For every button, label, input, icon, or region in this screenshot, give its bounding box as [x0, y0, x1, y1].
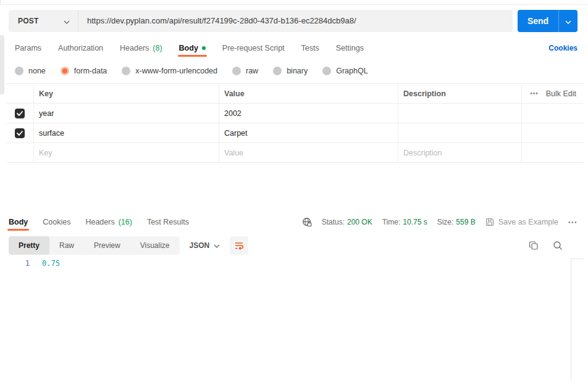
tab-params[interactable]: Params	[15, 39, 41, 57]
chevron-down-icon	[214, 241, 220, 250]
viewbar-icons	[529, 241, 578, 250]
globe-lock-icon[interactable]	[302, 217, 312, 227]
mode-raw[interactable]: raw	[232, 67, 258, 75]
value-column-header: Value	[219, 84, 398, 103]
format-select[interactable]: JSON	[190, 241, 220, 250]
response-headers-count: (16)	[119, 218, 132, 226]
key-column-header: Key	[34, 84, 219, 103]
body-mode-options: none form-data x-www-form-urlencoded raw…	[15, 63, 368, 79]
tab-headers[interactable]: Headers (8)	[120, 39, 162, 57]
chevron-down-icon	[64, 15, 70, 27]
mode-graphql[interactable]: GraphQL	[322, 67, 368, 75]
key-cell[interactable]: year	[34, 104, 219, 123]
view-tab-pretty[interactable]: Pretty	[9, 236, 49, 255]
value-cell[interactable]: 2002	[219, 104, 398, 123]
response-tabs: Body Cookies Headers (16) Test Results S…	[9, 213, 578, 231]
request-tabs: Params Authorization Headers (8) Body Pr…	[15, 39, 578, 57]
new-value-input[interactable]	[224, 149, 398, 157]
wrap-text-icon	[234, 241, 244, 250]
response-value: 0.75	[42, 259, 60, 268]
response-tab-test-results[interactable]: Test Results	[147, 213, 189, 231]
status-stat: Status: 200 OK	[322, 218, 372, 226]
table-actions-cell: ••• Bulk Edit	[522, 84, 584, 103]
row-checkbox-cell	[6, 123, 34, 142]
request-url-row: POST https://dev.pyplan.com/api/result/f…	[9, 10, 578, 32]
tab-tests[interactable]: Tests	[301, 39, 319, 57]
checkbox-checked-icon[interactable]	[15, 128, 25, 138]
size-value: 559 B	[456, 218, 475, 226]
new-description-input[interactable]	[403, 149, 521, 157]
row-actions-cell	[522, 123, 584, 142]
save-icon	[485, 218, 494, 226]
tab-settings[interactable]: Settings	[336, 39, 364, 57]
tab-pre-request-script[interactable]: Pre-request Script	[222, 39, 285, 57]
editor-scroll-track[interactable]	[571, 258, 571, 380]
chevron-down-icon	[565, 17, 571, 26]
radio-icon	[322, 67, 331, 75]
send-split-button: Send	[518, 10, 578, 32]
form-data-table: Key Value Description ••• Bulk Edit year…	[6, 83, 584, 163]
body-present-dot-icon	[202, 46, 206, 50]
response-tab-headers[interactable]: Headers (16)	[85, 213, 132, 231]
radio-icon	[15, 67, 23, 75]
copy-button[interactable]	[529, 241, 539, 250]
row-actions-cell	[522, 104, 584, 123]
mode-x-www-form-urlencoded[interactable]: x-www-form-urlencoded	[122, 67, 217, 75]
table-row: surface Carpet	[6, 123, 584, 143]
description-cell[interactable]	[398, 104, 522, 123]
wrap-text-button[interactable]	[230, 236, 248, 255]
method-select[interactable]: POST	[9, 10, 78, 32]
row-actions-cell	[522, 143, 584, 162]
method-label: POST	[18, 17, 38, 25]
response-more-actions-icon[interactable]: •••	[568, 219, 578, 226]
rest-client-window: POST https://dev.pyplan.com/api/result/f…	[0, 0, 588, 388]
send-button[interactable]: Send	[518, 10, 558, 32]
value-cell[interactable]: Carpet	[219, 123, 398, 142]
mode-binary[interactable]: binary	[273, 67, 308, 75]
description-column-header: Description	[398, 84, 522, 103]
view-tab-preview[interactable]: Preview	[84, 236, 130, 255]
copy-icon	[529, 241, 539, 250]
headers-count: (8)	[153, 44, 162, 52]
view-mode-segmented-control: Pretty Raw Preview Visualize	[9, 236, 180, 255]
tab-body[interactable]: Body	[179, 39, 206, 57]
table-row: year 2002	[6, 104, 584, 123]
search-icon	[553, 241, 563, 250]
url-input[interactable]: https://dev.pyplan.com/api/result/f27419…	[78, 10, 513, 32]
time-value: 10.75 s	[403, 218, 427, 226]
row-checkbox-cell	[6, 143, 34, 162]
send-options-button[interactable]	[558, 10, 578, 32]
key-cell[interactable]: surface	[34, 123, 219, 142]
time-stat: Time: 10.75 s	[382, 218, 427, 226]
new-row	[6, 143, 584, 163]
radio-icon	[122, 67, 130, 75]
mode-none[interactable]: none	[15, 67, 46, 75]
more-actions-icon[interactable]: •••	[530, 90, 539, 97]
radio-icon	[273, 67, 282, 75]
table-header-row: Key Value Description ••• Bulk Edit	[6, 84, 584, 104]
response-tab-body[interactable]: Body	[9, 213, 28, 231]
radio-selected-icon	[61, 67, 69, 75]
save-as-example-button[interactable]: Save as Example	[485, 218, 558, 226]
new-description-cell	[398, 143, 522, 162]
size-stat: Size: 559 B	[437, 218, 476, 226]
sidebar-handle[interactable]	[0, 35, 4, 94]
select-all-cell	[6, 84, 34, 103]
bulk-edit-button[interactable]: Bulk Edit	[546, 89, 576, 98]
response-tab-cookies[interactable]: Cookies	[43, 213, 70, 231]
tab-authorization[interactable]: Authorization	[58, 39, 103, 57]
line-number: 1	[9, 259, 30, 268]
view-tab-visualize[interactable]: Visualize	[130, 236, 180, 255]
response-body: 1 0.75	[9, 259, 60, 268]
description-cell[interactable]	[398, 123, 522, 142]
row-checkbox-cell	[6, 104, 34, 123]
search-button[interactable]	[553, 241, 563, 250]
new-value-cell	[219, 143, 398, 162]
view-tab-raw[interactable]: Raw	[49, 236, 84, 255]
new-key-input[interactable]	[39, 149, 219, 157]
new-key-cell	[34, 143, 219, 162]
response-view-bar: Pretty Raw Preview Visualize JSON	[9, 236, 578, 255]
mode-form-data[interactable]: form-data	[61, 67, 107, 75]
checkbox-checked-icon[interactable]	[15, 109, 25, 118]
cookies-link[interactable]: Cookies	[548, 44, 578, 52]
